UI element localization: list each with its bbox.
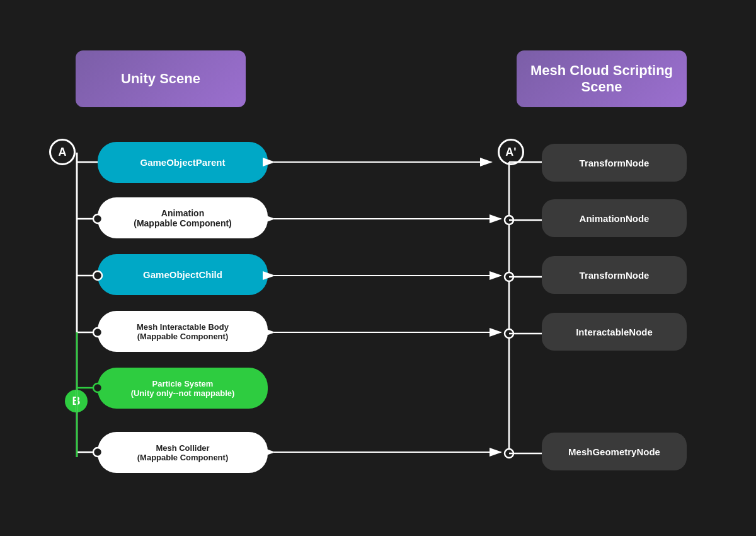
svg-point-18 — [505, 449, 513, 458]
node-mesh-collider: Mesh Collider(Mappable Component) — [98, 432, 268, 473]
mesh-scene-header: Mesh Cloud Scripting Scene — [517, 50, 687, 107]
diagram-container: Unity Scene Mesh Cloud Scripting Scene A… — [0, 0, 756, 536]
label-b: B — [65, 390, 88, 412]
label-a: A — [49, 139, 76, 165]
node-transform-node-1: TransformNode — [542, 144, 687, 182]
svg-point-17 — [505, 329, 513, 338]
label-a-prime: A' — [498, 139, 524, 165]
svg-point-15 — [505, 216, 513, 224]
node-particle-system: Particle System(Unity only--not mappable… — [98, 368, 268, 409]
unity-scene-header: Unity Scene — [76, 50, 246, 107]
node-animation: Animation(Mappable Component) — [98, 197, 268, 238]
node-transform-node-2: TransformNode — [542, 256, 687, 294]
node-game-object-child: GameObjectChild — [98, 254, 268, 295]
node-interactable-node: InteractableNode — [542, 313, 687, 351]
node-mesh-interactable: Mesh Interactable Body(Mappable Componen… — [98, 311, 268, 352]
node-animation-node: AnimationNode — [542, 199, 687, 237]
svg-point-16 — [505, 272, 513, 281]
mesh-scene-title: Mesh Cloud Scripting Scene — [529, 62, 674, 95]
node-mesh-geometry-node: MeshGeometryNode — [542, 433, 687, 470]
unity-scene-title: Unity Scene — [121, 71, 200, 87]
node-game-object-parent: GameObjectParent — [98, 142, 268, 183]
